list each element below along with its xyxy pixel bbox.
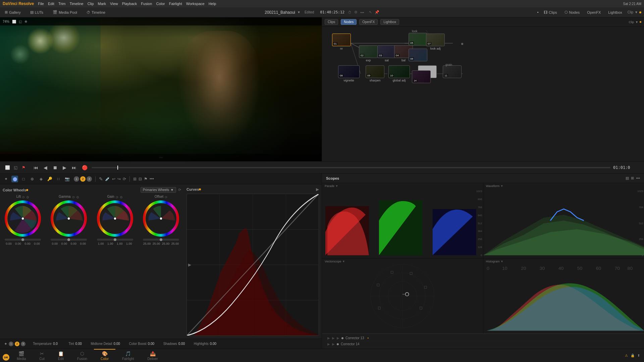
3d-tool[interactable]: ∷ — [55, 176, 62, 182]
node-14[interactable]: 14 — [412, 70, 431, 83]
viewer-layout-icon[interactable]: ⬜ — [4, 164, 11, 171]
menu-edit[interactable]: Edit — [48, 2, 54, 6]
corrector-13-expand2[interactable]: ▶ — [332, 336, 335, 340]
luts-button[interactable]: ▤ LUTs — [28, 9, 45, 15]
offset-slider[interactable] — [143, 239, 179, 241]
viewer-icon-3[interactable]: ❋ — [24, 20, 27, 23]
menu-workspace[interactable]: Workspace — [186, 2, 205, 6]
midtone-detail-value[interactable]: 0.00 — [113, 342, 123, 346]
more-tools-icon[interactable]: ••• — [150, 177, 154, 181]
menu-mark[interactable]: Mark — [98, 2, 106, 6]
redo-icon[interactable]: ↪ — [117, 177, 121, 181]
tab-media[interactable]: 🎬 Media — [10, 349, 33, 362]
loop-button[interactable]: 🔴 — [80, 164, 89, 171]
corrector-14-expand[interactable]: ▶ — [327, 342, 330, 346]
lift-reset-icon[interactable]: ⟳ — [22, 195, 25, 199]
corrector-13-item[interactable]: ▶ ▶ ▶ Corrector 13 • — [325, 335, 641, 341]
node-global-adj[interactable]: 10 global adj — [388, 65, 410, 82]
media-pool-button[interactable]: 🎬 Media Pool — [51, 9, 79, 15]
clips-node-btn[interactable]: Clips — [325, 19, 338, 25]
tracker-tool[interactable]: ⊕ — [29, 176, 36, 182]
tab-edit[interactable]: 📋 Edit — [51, 349, 70, 362]
tab-fairlight[interactable]: 🎵 Fairlight — [115, 349, 141, 362]
reset-icon[interactable]: ⟳ — [123, 177, 126, 181]
eyedropper-icon[interactable]: 💉 — [105, 177, 110, 181]
viewer-icon-1[interactable]: ⬜ — [12, 20, 16, 23]
curves-graph[interactable]: ▶ — [186, 194, 319, 336]
menu-fusion[interactable]: Fusion — [141, 2, 152, 6]
node-05-box[interactable]: 05 — [409, 33, 427, 46]
node-exp-box[interactable]: 02 — [359, 45, 378, 58]
menu-clip[interactable]: Clip — [88, 2, 94, 6]
qualifier-tool[interactable]: ⬤ — [11, 176, 18, 182]
footer-wand-icon[interactable]: ✦ — [4, 342, 7, 346]
temperature-value[interactable]: 0.0 — [53, 342, 63, 346]
node-11[interactable]: 11 — [443, 65, 462, 78]
gain-wheel[interactable] — [97, 200, 133, 237]
corrector-13-expand3[interactable]: ▶ — [337, 336, 339, 340]
flag-icon[interactable]: ⚑ — [144, 177, 148, 181]
timeline-button[interactable]: ⏱ Timeline — [85, 10, 107, 15]
node-sat-box[interactable]: 03 — [377, 45, 396, 58]
raw-tool[interactable]: 📷 — [64, 176, 70, 182]
parade-chevron[interactable]: ▼ — [335, 184, 338, 188]
menu-trim[interactable]: Trim — [58, 2, 66, 6]
lightbox-button[interactable]: Lightbox — [606, 10, 624, 15]
menu-color[interactable]: Color — [156, 2, 165, 6]
node-sat[interactable]: 03 sat — [377, 45, 396, 62]
corrector-14-item[interactable]: ▶ ▶ Corrector 14 — [325, 341, 641, 347]
scope-grid-icon[interactable]: ▤ — [626, 176, 629, 180]
menu-view[interactable]: View — [110, 2, 118, 6]
blur-tool[interactable]: ◈ — [38, 176, 44, 182]
copy-icon[interactable]: ⊞ — [133, 177, 137, 181]
vectorscope-chevron[interactable]: ▼ — [342, 260, 345, 263]
lightbox-node-btn[interactable]: Lightbox — [380, 19, 399, 25]
skip-to-end-button[interactable]: ⏭ — [70, 164, 78, 171]
node-look-adj[interactable]: 07 look adj — [426, 34, 445, 50]
node-sharpen-box[interactable]: 09 — [366, 65, 384, 78]
tab-fusion[interactable]: ⬡ Fusion — [70, 349, 94, 362]
tab-deliver[interactable]: 📤 Deliver — [141, 349, 165, 362]
menu-file[interactable]: File — [38, 2, 44, 6]
node-05[interactable]: 05 — [409, 33, 427, 46]
node-nr-box[interactable]: 01 — [332, 34, 351, 46]
clips-button[interactable]: 🎞 Clips — [542, 10, 559, 15]
nodes-canvas[interactable]: 01 nr 02 exp 03 sat — [322, 27, 644, 161]
primaries-dropdown[interactable]: Primaries Wheels ▼ — [141, 187, 176, 193]
window-tool[interactable]: □ — [20, 176, 27, 182]
tab-cut[interactable]: ✂ Cut — [33, 349, 51, 362]
openfx-button[interactable]: OpenFX — [585, 10, 603, 15]
node-06[interactable]: 06 — [409, 49, 427, 61]
viewer-mode-icon[interactable]: ◱ — [12, 164, 19, 171]
gamma-slider[interactable] — [51, 239, 87, 241]
key-tool[interactable]: 🔑 — [46, 176, 53, 182]
node-nr[interactable]: 01 nr — [332, 34, 351, 50]
histogram-chevron[interactable]: ▼ — [500, 260, 503, 263]
nodes-button[interactable]: ⬡ Nodes — [562, 9, 582, 15]
nodes-node-btn[interactable]: Nodes — [341, 19, 357, 25]
node-vignette[interactable]: 08 vignette — [338, 65, 360, 82]
curves-play-arrow[interactable]: ▶ — [188, 262, 191, 267]
menu-help[interactable]: Help — [209, 2, 216, 6]
openfx-node-btn[interactable]: OpenFX — [359, 19, 378, 25]
node-look-adj-box[interactable]: 07 — [426, 34, 445, 46]
undo-icon[interactable]: ↩ — [112, 177, 115, 181]
corrector-13-expand[interactable]: ▶ — [327, 336, 330, 340]
curves-play-icon[interactable]: ▶ — [316, 187, 319, 192]
pencil-icon[interactable]: ✎ — [99, 176, 103, 182]
viewer-flag-icon[interactable]: ⚑ — [20, 164, 27, 171]
lift-slider[interactable] — [5, 239, 41, 241]
shadows-value[interactable]: 0.00 — [178, 342, 189, 346]
waveform-chevron[interactable]: ▼ — [500, 184, 503, 188]
lift-settings-icon[interactable]: ⚙ — [26, 195, 29, 199]
gallery-button[interactable]: ⊞ Gallery — [3, 9, 23, 15]
prev-frame-button[interactable]: ◀ — [42, 164, 49, 171]
scope-list-icon[interactable]: ⊞ — [631, 176, 634, 180]
viewer-icon-2[interactable]: ◱ — [19, 20, 22, 23]
playhead-track[interactable] — [92, 167, 610, 168]
color-boost-value[interactable]: 0.00 — [148, 342, 158, 346]
paste-icon[interactable]: ⊟ — [139, 177, 142, 181]
gain-reset-icon[interactable]: ⟳ — [116, 195, 118, 199]
menu-timeline[interactable]: Timeline — [69, 2, 83, 6]
node-11-box[interactable]: 11 — [443, 65, 462, 78]
